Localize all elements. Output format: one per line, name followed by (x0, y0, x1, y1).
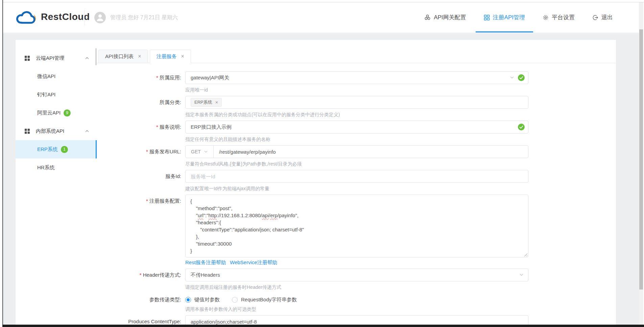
logout-icon (592, 15, 598, 21)
user-greeting: 管理员 您好 7月21日 星期六 (94, 12, 178, 23)
app-main: 云端API管理 微信API 钉钉API 阿里云API 9 (3, 33, 639, 325)
field-label: *注册服务配置: (97, 195, 185, 266)
sidebar-item-erp-system[interactable]: ERP系统 1 (16, 140, 97, 158)
field-helper: 调用本服务时参数传入的可选类型 (185, 306, 528, 312)
app-header: RestCloud 管理员 您好 7月21日 星期六 API网关配置 (3, 2, 639, 33)
required-marker: * (140, 272, 142, 278)
field-publish-url: *服务发布URL: GET /rest/gateway/erp/payinfo … (97, 145, 616, 167)
field-helper: 请指定调用后端注册的服务时Header传递方式 (185, 284, 528, 291)
brand: RestCloud (15, 8, 90, 26)
register-service-form: *所属应用: 应用唯一id (97, 63, 616, 327)
required-marker: * (156, 124, 158, 130)
tab-api-list[interactable]: API接口列表 × (98, 50, 148, 63)
sidebar-item-wechat-api[interactable]: 微信API (16, 67, 97, 85)
sidebar-item-label: 钉钉API (37, 92, 55, 98)
greeting-text: 管理员 您好 7月21日 星期六 (110, 14, 178, 21)
service-id-input[interactable] (185, 170, 528, 183)
count-badge: 1 (61, 146, 68, 153)
sidebar-item-aliyun-api[interactable]: 阿里云API 9 (16, 104, 97, 122)
valid-check-icon (518, 74, 525, 81)
field-service-config: *注册服务配置: { "method":"post", "url":"http:… (97, 195, 616, 266)
valid-check-icon (518, 124, 525, 130)
appstore-icon (484, 15, 490, 21)
grid-icon (24, 128, 30, 134)
category-tag: ERP系统 × (191, 98, 222, 107)
tab-bar: API接口列表 × 注册服务 × (97, 40, 616, 63)
radio-dot (232, 297, 238, 303)
nav-logout[interactable]: 退出 (592, 2, 613, 32)
tab-label: API接口列表 (105, 53, 134, 60)
radio-requestbody-params[interactable]: RequestBody字符串参数 (232, 297, 297, 303)
chevron-down-icon[interactable] (510, 75, 514, 80)
field-helper: 指定任何有意义的且能描述本服务的名称 (185, 136, 528, 143)
sidebar-item-dingtalk-api[interactable]: 钉钉API (16, 85, 97, 104)
chevron-down-icon[interactable] (519, 273, 524, 277)
field-owner-app: *所属应用: 应用唯一id (97, 71, 616, 93)
http-method-select[interactable]: GET (186, 146, 214, 158)
field-label: *所属应用: (97, 71, 185, 93)
close-icon[interactable]: × (181, 54, 184, 59)
field-label: *Header传递方式: (97, 269, 185, 291)
app-window: RestCloud 管理员 您好 7月21日 星期六 API网关配置 (0, 0, 644, 327)
sidebar-item-hr-system[interactable]: HR系统 (16, 158, 97, 177)
sidebar-item-label: 微信API (37, 73, 55, 80)
category-tag-input[interactable]: ERP系统 × (185, 96, 528, 109)
service-config-textarea[interactable]: { "method":"post", "url":"http://192.168… (185, 195, 528, 257)
owner-app-select[interactable] (185, 71, 528, 84)
sidebar-item-label: HR系统 (37, 165, 55, 171)
header-divider (84, 10, 85, 25)
rest-register-help-link[interactable]: Rest服务注册帮助 (185, 259, 226, 265)
chevron-up-icon (85, 56, 89, 60)
restcloud-logo-icon (15, 8, 38, 26)
close-icon[interactable]: × (138, 54, 141, 59)
nav-label: API网关配置 (434, 14, 466, 21)
chevron-down-icon (204, 150, 208, 154)
page-scrollbar[interactable] (639, 2, 643, 325)
sidebar: 云端API管理 微信API 钉钉API 阿里云API 9 (16, 40, 97, 327)
tab-register-service[interactable]: 注册服务 × (150, 50, 191, 63)
active-nav-underline (476, 31, 533, 32)
service-desc-input[interactable] (185, 121, 528, 133)
window-frame-bottom (2, 325, 644, 327)
sidebar-item-label: 阿里云API (37, 110, 61, 116)
webservice-register-help-link[interactable]: WebService注册帮助 (230, 259, 278, 265)
field-helper: 应用唯一id (185, 86, 528, 93)
field-label: 参数传递类型: (97, 293, 185, 312)
tag-close-icon[interactable]: × (215, 100, 218, 105)
nav-api-gateway-config[interactable]: API网关配置 (424, 2, 466, 32)
content-card: 云端API管理 微信API 钉钉API 阿里云API 9 (16, 40, 616, 327)
grid-icon (24, 55, 30, 61)
page-scrollbar-thumb[interactable] (639, 29, 643, 290)
user-avatar (94, 12, 106, 23)
field-header-mode: *Header传递方式: 请指定调用后端注册的服务时Header传递方式 (97, 269, 616, 291)
sidebar-group-internal-api[interactable]: 内部系统API (16, 122, 97, 140)
window-frame-top (3, 2, 644, 2)
nav-label: 注册API管理 (493, 14, 525, 21)
radio-dot (185, 297, 191, 303)
sidebar-group-cloud-api[interactable]: 云端API管理 (16, 49, 97, 67)
field-category: 所属分类: ERP系统 × 指定本服务所属的分类或功能点(可以在应用中的服务分类… (97, 96, 616, 118)
publish-url-input[interactable]: /rest/gateway/erp/payinfo (214, 149, 281, 155)
sidebar-group-label: 内部系统API (36, 128, 64, 134)
required-marker: * (146, 198, 148, 204)
radio-key-value-params[interactable]: 键值对参数 (185, 297, 220, 303)
nav-platform-settings[interactable]: 平台设置 (543, 2, 575, 32)
service-config-value: { "method":"post", "url":"http://192.168… (186, 195, 528, 257)
tab-label: 注册服务 (157, 53, 177, 60)
required-marker: * (156, 75, 158, 80)
top-nav: API网关配置 注册API管理 (424, 2, 613, 32)
field-helper: 尽量符合Restful风格,{变量}为Path参数,/rest/目录为必须 (185, 160, 528, 167)
nav-register-api-management[interactable]: 注册API管理 (484, 2, 525, 32)
header-mode-select[interactable] (185, 269, 528, 281)
field-label: *服务发布URL: (97, 145, 185, 167)
config-help-links: Rest服务注册帮助 WebService注册帮助 (185, 259, 528, 266)
field-label: 服务Id: (97, 170, 185, 192)
sidebar-item-label: ERP系统 (37, 146, 58, 153)
field-service-desc: *服务说明: 指定任何有意义的且能描述本服务的名称 (97, 121, 616, 143)
main-content: API接口列表 × 注册服务 × *所属应用: (97, 40, 616, 327)
chevron-up-icon (85, 129, 89, 133)
required-marker: * (146, 149, 148, 154)
nav-label: 平台设置 (552, 14, 575, 21)
brand-name: RestCloud (41, 11, 90, 22)
count-badge: 9 (64, 109, 71, 117)
